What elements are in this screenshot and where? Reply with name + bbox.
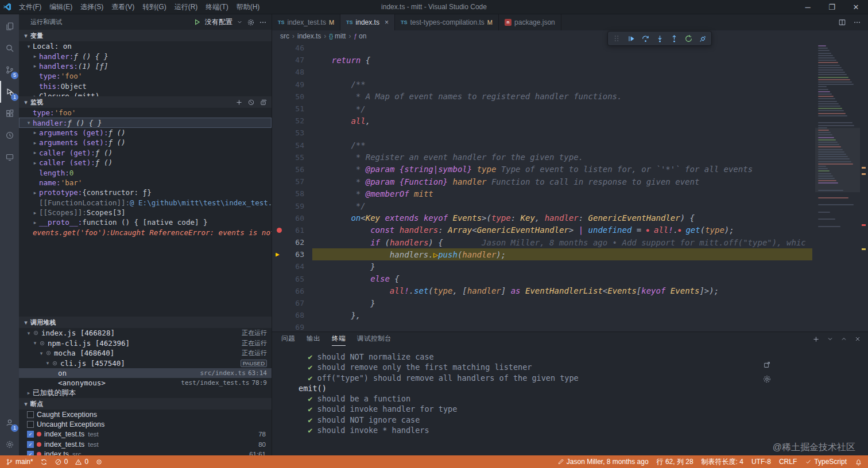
breakpoints-section-header[interactable]: ▾ 断点 bbox=[19, 398, 272, 410]
code-line-51[interactable]: 51 */ bbox=[272, 103, 815, 115]
gutter[interactable]: 67 bbox=[272, 297, 312, 309]
plus-icon[interactable] bbox=[812, 336, 820, 343]
split-editor-icon[interactable] bbox=[838, 18, 846, 26]
status-item[interactable]: 0 bbox=[55, 458, 68, 466]
call-stack-row[interactable]: ▾index.js [466828]正在运行 bbox=[19, 328, 272, 338]
minimize-icon[interactable]: ─ bbox=[796, 0, 820, 14]
gear-icon[interactable] bbox=[247, 18, 255, 26]
menu-item-1[interactable]: 编辑(E) bbox=[45, 3, 76, 11]
restart-icon[interactable] bbox=[682, 32, 695, 45]
code-line-50[interactable]: 50 * A Map of event names to registered … bbox=[272, 91, 815, 103]
activity-source-control[interactable]: 5 bbox=[0, 59, 19, 81]
gutter[interactable]: 59 bbox=[272, 200, 312, 212]
call-stack-section-header[interactable]: ▾ 调用堆栈 bbox=[19, 317, 272, 328]
step-into-icon[interactable] bbox=[653, 32, 666, 45]
status-item[interactable] bbox=[95, 458, 103, 466]
code-line-46[interactable]: 46 bbox=[272, 42, 815, 54]
call-stack-row[interactable]: <anonymous>test/index_test.ts 78:9 bbox=[19, 378, 272, 388]
gutter[interactable]: 51 bbox=[272, 103, 312, 115]
open-external-icon[interactable] bbox=[762, 361, 772, 369]
gutter[interactable]: 53 bbox=[272, 127, 312, 139]
step-over-icon[interactable] bbox=[639, 32, 652, 45]
watch-row[interactable]: name: 'bar' bbox=[19, 178, 272, 188]
loaded-scripts-row[interactable]: ▸已加载的脚本 bbox=[19, 388, 272, 398]
watch-row[interactable]: [[FunctionLocation]]: @ E:\github\mitt\t… bbox=[19, 198, 272, 208]
gutter[interactable]: 55 bbox=[272, 151, 312, 163]
code-line-61[interactable]: 61 const handlers: Array<GenericEventHan… bbox=[272, 224, 815, 236]
status-item[interactable] bbox=[40, 458, 48, 466]
gutter[interactable]: 57 bbox=[272, 176, 312, 188]
panel-tab-问题[interactable]: 问题 bbox=[281, 332, 295, 346]
code-line-62[interactable]: 62 if (handlers) { Jason Miller, 8 month… bbox=[272, 236, 815, 248]
watch-row[interactable]: ▸__proto__: function () { [native code] … bbox=[19, 217, 272, 227]
status-item[interactable]: UTF-8 bbox=[751, 458, 771, 466]
chevron-up-icon[interactable] bbox=[840, 336, 847, 342]
gutter[interactable]: 68 bbox=[272, 309, 312, 321]
code-line-52[interactable]: 52 all, bbox=[272, 115, 815, 127]
gutter[interactable]: 54 bbox=[272, 139, 312, 151]
status-item[interactable]: Jason Miller, 8 months ago bbox=[557, 458, 649, 466]
variable-row[interactable]: ▸Closure (mitt) bbox=[19, 91, 272, 96]
menu-item-7[interactable]: 帮助(H) bbox=[232, 3, 264, 11]
code-line-47[interactable]: 47 return { bbox=[272, 54, 815, 66]
code-line-49[interactable]: 49 /** bbox=[272, 79, 815, 91]
checkbox[interactable]: ✓ bbox=[27, 441, 34, 448]
menu-item-6[interactable]: 终端(T) bbox=[202, 3, 232, 11]
code-area[interactable]: 4647 return {4849 /**50 * A Map of event… bbox=[272, 42, 815, 332]
status-item[interactable]: 行 62, 列 28 bbox=[657, 457, 693, 467]
activity-settings[interactable] bbox=[0, 434, 19, 455]
variables-section-header[interactable]: ▾ 变量 bbox=[19, 30, 272, 41]
breadcrumb-item[interactable]: ƒon bbox=[354, 32, 366, 40]
menu-item-3[interactable]: 查看(V) bbox=[107, 3, 138, 11]
checkbox[interactable]: ✓ bbox=[27, 451, 34, 455]
call-stack-row[interactable]: ▾npm-cli.js [462396]正在运行 bbox=[19, 338, 272, 348]
settings-icon[interactable] bbox=[762, 375, 772, 384]
collapse-all-icon[interactable] bbox=[259, 99, 267, 106]
panel-tab-输出[interactable]: 输出 bbox=[307, 332, 320, 346]
watch-row[interactable]: ▸[[Scopes]]: Scopes[3] bbox=[19, 208, 272, 217]
gutter[interactable]: 65 bbox=[272, 273, 312, 285]
breakpoint-row[interactable]: Caught Exceptions bbox=[19, 410, 272, 419]
activity-history[interactable] bbox=[0, 124, 19, 146]
code-line-48[interactable]: 48 bbox=[272, 66, 815, 78]
close-icon[interactable]: ✕ bbox=[844, 0, 868, 14]
gutter[interactable]: 64 bbox=[272, 260, 312, 272]
gutter[interactable]: 56 bbox=[272, 163, 312, 176]
gutter[interactable]: 49 bbox=[272, 79, 312, 91]
watch-row[interactable]: ▸caller (get): ƒ () bbox=[19, 148, 272, 158]
maximize-icon[interactable]: ❐ bbox=[820, 0, 844, 14]
watch-row[interactable]: ▸prototype: {constructor: ƒ} bbox=[19, 188, 272, 197]
watch-row[interactable]: type: 'foo' bbox=[19, 108, 272, 118]
breakpoint-dot[interactable] bbox=[277, 228, 282, 233]
close-icon[interactable] bbox=[854, 336, 861, 342]
watch-row[interactable]: ▸caller (set): ƒ () bbox=[19, 158, 272, 167]
gutter[interactable]: 61 bbox=[272, 224, 312, 236]
menu-item-0[interactable]: 文件(F) bbox=[15, 3, 45, 11]
gutter[interactable]: 48 bbox=[272, 66, 312, 78]
chevron-down-icon[interactable] bbox=[827, 336, 834, 342]
code-line-59[interactable]: 59 */ bbox=[272, 200, 815, 212]
code-line-58[interactable]: 58 * @memberOf mitt bbox=[272, 188, 815, 200]
status-item[interactable] bbox=[855, 458, 862, 466]
menu-item-5[interactable]: 运行(R) bbox=[170, 3, 202, 11]
breakpoint-row[interactable]: ✓index.tssrc61:61 bbox=[19, 450, 272, 455]
overview-ruler[interactable] bbox=[860, 42, 868, 332]
watch-row[interactable]: events.get('foo'): Uncaught ReferenceErr… bbox=[19, 228, 272, 237]
breakpoint-row[interactable]: Uncaught Exceptions bbox=[19, 419, 272, 429]
checkbox[interactable] bbox=[27, 411, 34, 418]
activity-search[interactable] bbox=[0, 37, 19, 59]
breadcrumb-item[interactable]: src bbox=[280, 32, 289, 40]
tab-package.json[interactable]: npackage.json bbox=[499, 14, 561, 30]
code-line-53[interactable]: 53 bbox=[272, 127, 815, 139]
watch-row[interactable]: ▸arguments (set): ƒ () bbox=[19, 138, 272, 147]
status-item[interactable]: 制表符长度: 4 bbox=[702, 457, 743, 467]
breadcrumb-item[interactable]: index.ts bbox=[297, 32, 321, 40]
code-line-56[interactable]: 56 * @param {string|symbol} type Type of… bbox=[272, 163, 815, 176]
continue-icon[interactable] bbox=[625, 32, 637, 45]
activity-extensions[interactable] bbox=[0, 103, 19, 124]
call-stack-row[interactable]: ▾mocha [468640]正在运行 bbox=[19, 348, 272, 358]
status-item[interactable]: 0 bbox=[75, 458, 88, 466]
code-line-55[interactable]: 55 * Register an event handler for the g… bbox=[272, 151, 815, 163]
code-line-63[interactable]: ▶63 handlers.▷push(handler); bbox=[272, 248, 815, 260]
tab-index.ts[interactable]: TSindex.ts× bbox=[340, 14, 395, 30]
